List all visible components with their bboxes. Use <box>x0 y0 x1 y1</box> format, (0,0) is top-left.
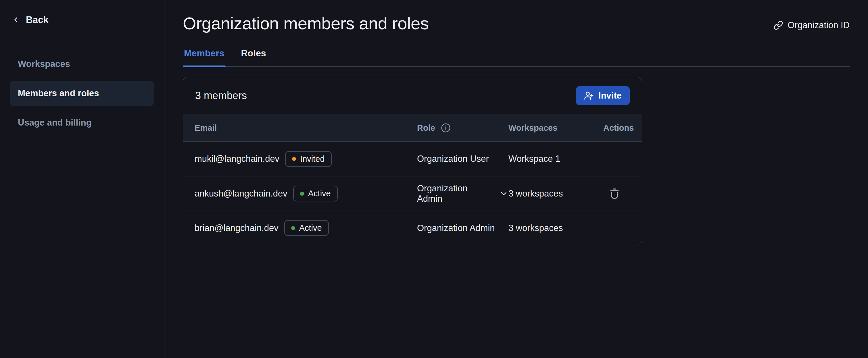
tab-roles[interactable]: Roles <box>240 48 267 66</box>
page-header: Organization members and roles Organizat… <box>183 13 849 34</box>
sidebar-item-usage-and-billing[interactable]: Usage and billing <box>10 110 154 135</box>
member-email: ankush@langchain.dev <box>194 189 287 199</box>
role-cell: Organization User <box>417 154 508 164</box>
members-card-header: 3 members Invite <box>183 77 642 114</box>
member-workspaces: 3 workspaces <box>508 189 563 199</box>
workspaces-cell: 3 workspaces <box>508 189 603 199</box>
status-badge: Active <box>293 186 338 201</box>
organization-id-label: Organization ID <box>788 20 849 30</box>
status-label: Active <box>299 223 322 233</box>
app-root: Back Workspaces Members and roles Usage … <box>0 0 868 358</box>
member-role: Organization Admin <box>417 223 495 233</box>
status-badge: Invited <box>285 151 331 167</box>
column-header-role: Role <box>417 122 508 133</box>
invite-button[interactable]: Invite <box>576 86 630 105</box>
status-label: Invited <box>300 154 324 164</box>
sidebar: Back Workspaces Members and roles Usage … <box>0 0 164 358</box>
sidebar-item-members-and-roles[interactable]: Members and roles <box>10 81 154 106</box>
organization-id-button[interactable]: Organization ID <box>773 20 849 30</box>
table-header-row: Email Role Workspaces Actions <box>183 114 642 142</box>
workspaces-cell: Workspace 1 <box>508 154 603 164</box>
member-role: Organization User <box>417 154 489 164</box>
status-dot-icon <box>291 226 295 230</box>
column-header-actions: Actions <box>603 123 634 133</box>
tab-bar: Members Roles <box>183 48 849 67</box>
tab-members[interactable]: Members <box>183 48 226 66</box>
email-cell: mukil@langchain.dev Invited <box>194 151 417 167</box>
sidebar-item-workspaces[interactable]: Workspaces <box>10 52 154 77</box>
sidebar-nav: Workspaces Members and roles Usage and b… <box>0 40 164 147</box>
member-workspaces: Workspace 1 <box>508 154 560 164</box>
member-row: ankush@langchain.dev Active Organization… <box>183 176 642 210</box>
column-header-workspaces: Workspaces <box>508 123 603 133</box>
actions-cell <box>603 188 630 200</box>
status-label: Active <box>308 189 331 198</box>
back-label: Back <box>26 14 49 25</box>
trash-icon <box>609 188 621 200</box>
chevron-down-icon <box>499 189 508 198</box>
invite-label: Invite <box>598 91 622 101</box>
member-workspaces: 3 workspaces <box>508 223 563 233</box>
chevron-left-icon <box>11 15 20 24</box>
email-cell: brian@langchain.dev Active <box>194 220 417 236</box>
delete-member-button[interactable] <box>609 188 621 200</box>
member-count: 3 members <box>195 90 247 102</box>
role-dropdown[interactable]: Organization Admin <box>417 183 508 204</box>
back-row: Back <box>0 0 164 40</box>
members-card: 3 members Invite Email Role Workspaces <box>183 77 642 246</box>
status-dot-icon <box>300 192 304 196</box>
email-cell: ankush@langchain.dev Active <box>194 186 417 201</box>
workspaces-cell: 3 workspaces <box>508 223 603 233</box>
info-icon[interactable] <box>440 122 451 133</box>
user-plus-icon <box>584 91 594 101</box>
member-row: brian@langchain.dev Active Organization … <box>183 210 642 245</box>
member-role: Organization Admin <box>417 183 494 204</box>
member-row: mukil@langchain.dev Invited Organization… <box>183 142 642 176</box>
link-icon <box>773 21 783 30</box>
back-button[interactable]: Back <box>11 14 49 25</box>
member-email: mukil@langchain.dev <box>194 154 279 164</box>
column-header-email: Email <box>194 123 417 133</box>
member-email: brian@langchain.dev <box>194 223 279 233</box>
main-content: Organization members and roles Organizat… <box>164 0 868 358</box>
status-dot-icon <box>292 157 296 161</box>
role-cell: Organization Admin <box>417 223 508 233</box>
status-badge: Active <box>284 220 329 236</box>
page-title: Organization members and roles <box>183 13 429 34</box>
